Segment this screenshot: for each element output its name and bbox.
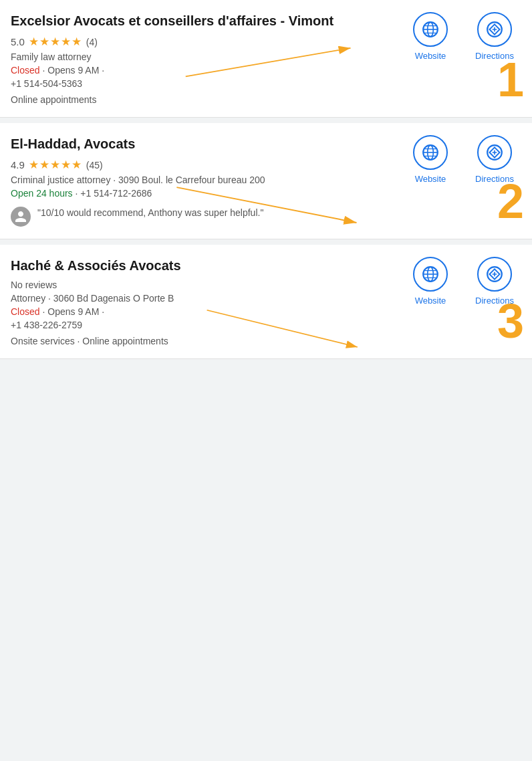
card-3-directions-button[interactable]: Directions (468, 257, 521, 306)
card-3-status-extra: · Opens 9 AM · (42, 306, 104, 317)
card-2-review-count: (45) (86, 160, 103, 171)
card-2-website-label: Website (415, 174, 446, 184)
card-2-title: El-Haddad, Avocats (11, 135, 396, 152)
card-1-phone: +1 514-504-5363 (11, 78, 396, 89)
card-2-rating: 4.9 (11, 159, 25, 171)
listing-card-1: Excelsior Avocats et conseillers d'affai… (0, 0, 532, 118)
card-1-status-label: Closed (11, 65, 40, 76)
card-1-website-icon (413, 12, 448, 47)
card-1-stars: ★★★★★ (29, 35, 82, 49)
card-1-description: Family law attorney (11, 51, 396, 62)
card-1-directions-icon (477, 12, 512, 47)
card-2-directions-icon (477, 135, 512, 170)
card-3-service: Onsite services · Online appointments (11, 336, 396, 346)
card-3-no-reviews: No reviews (11, 280, 396, 290)
card-1-status-row: Closed · Opens 9 AM · (11, 65, 396, 76)
card-1-directions-button[interactable]: Directions (468, 12, 521, 61)
card-2-directions-button[interactable]: Directions (468, 135, 521, 184)
card-1-website-label: Website (415, 51, 446, 61)
card-1-service: Online appointments (11, 94, 396, 105)
card-2-review-snippet: "10/10 would recommend, Anthony was supe… (11, 207, 396, 227)
card-3-phone: +1 438-226-2759 (11, 320, 396, 330)
card-3-description: Attorney · 3060 Bd Dagenais O Porte B (11, 293, 396, 304)
card-1-status-extra: · Opens 9 AM · (42, 65, 104, 76)
card-1-review-count: (4) (86, 37, 98, 47)
card-3-text: Haché & Associés Avocats No reviews Atto… (11, 257, 404, 346)
card-1-directions-label: Directions (475, 51, 514, 61)
card-1-text: Excelsior Avocats et conseillers d'affai… (11, 12, 404, 105)
card-2-status-row: Open 24 hours · +1 514-712-2686 (11, 188, 396, 199)
card-2-text: El-Haddad, Avocats 4.9 ★★★★★ (45) Crimin… (11, 135, 404, 227)
card-3-website-label: Website (415, 296, 446, 306)
listing-card-3: Haché & Associés Avocats No reviews Atto… (0, 245, 532, 359)
card-3-website-button[interactable]: Website (404, 257, 457, 306)
card-1-rating: 5.0 (11, 36, 25, 47)
card-3-status-row: Closed · Opens 9 AM · (11, 306, 396, 317)
card-1-actions: Website Directions (404, 12, 521, 61)
card-2-status-extra: · +1 514-712-2686 (76, 188, 152, 199)
card-1-title: Excelsior Avocats et conseillers d'affai… (11, 12, 396, 29)
card-2-website-icon (413, 135, 448, 170)
card-3-status-label: Closed (11, 306, 40, 317)
card-3-website-icon (413, 257, 448, 292)
card-2-actions: Website Directions (404, 135, 521, 184)
card-3-directions-icon (477, 257, 512, 292)
card-2-description: Criminal justice attorney · 3090 Boul. l… (11, 175, 396, 185)
reviewer-avatar (11, 207, 31, 227)
card-1-rating-row: 5.0 ★★★★★ (4) (11, 35, 396, 49)
card-3-actions: Website Directions (404, 257, 521, 306)
card-2-rating-row: 4.9 ★★★★★ (45) (11, 158, 396, 172)
listing-card-2: El-Haddad, Avocats 4.9 ★★★★★ (45) Crimin… (0, 123, 532, 239)
card-2-review-text: "10/10 would recommend, Anthony was supe… (37, 207, 263, 220)
card-2-website-button[interactable]: Website (404, 135, 457, 184)
card-2-status-label: Open 24 hours (11, 188, 73, 199)
card-3-directions-label: Directions (475, 296, 514, 306)
card-3-title: Haché & Associés Avocats (11, 257, 396, 274)
card-2-stars: ★★★★★ (29, 158, 82, 172)
card-1-website-button[interactable]: Website (404, 12, 457, 61)
card-2-directions-label: Directions (475, 174, 514, 184)
